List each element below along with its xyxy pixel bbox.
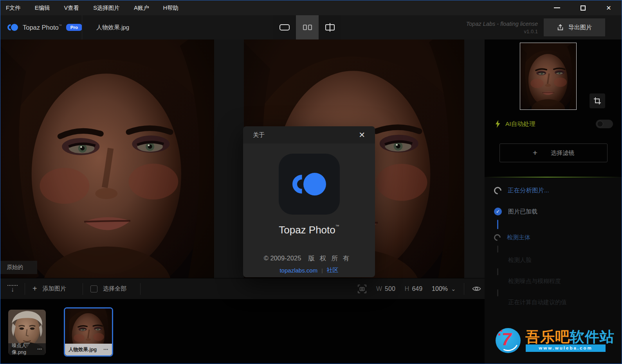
- select-all-control[interactable]: 选择全部: [90, 278, 126, 299]
- title-bar: Topaz Photo™ Pro 人物效果.jpg Topaz Labs - f…: [0, 15, 622, 39]
- menu-edit[interactable]: E编辑: [35, 4, 50, 12]
- analysis-step-row: ✓ 图片已加载: [494, 206, 619, 217]
- spinner-icon: [492, 233, 502, 242]
- dialog-close-button[interactable]: ✕: [359, 130, 365, 140]
- copyright-line: © 2009-2025 版权所有: [264, 254, 355, 263]
- menu-account[interactable]: A账户: [134, 4, 149, 12]
- ai-auto-row: AI自动处理: [495, 117, 613, 131]
- about-dialog-body: Topaz Photo™ © 2009-2025 版权所有 topazlabs.…: [243, 143, 375, 277]
- thumbnail-caption: 人物效果.jpg •••: [65, 344, 112, 355]
- analysis-step-row: 检测噪点与模糊程度: [494, 276, 619, 286]
- analysis-step-row: 检测人脸: [494, 255, 619, 265]
- filmstrip-item[interactable]: 噪点人像.png •••: [8, 310, 46, 355]
- watermark-title: 吾乐吧软件站: [525, 327, 615, 347]
- close-icon: ✕: [606, 4, 611, 12]
- zoom-dropdown[interactable]: 100% ⌄: [432, 285, 456, 292]
- plus-icon: +: [533, 148, 537, 158]
- single-view-icon: [279, 24, 290, 30]
- menu-help[interactable]: H帮助: [163, 4, 178, 12]
- link-divider: |: [321, 267, 323, 273]
- analysis-status-text: 正在分析图片...: [508, 186, 549, 195]
- toggle-knob: [597, 121, 603, 127]
- toolbar-divider: [140, 283, 141, 295]
- topaz-logo-icon: [292, 173, 326, 195]
- image-size-info: W500 H649 100% ⌄: [357, 278, 456, 299]
- pro-badge: Pro: [66, 24, 82, 31]
- website-link[interactable]: topazlabs.com: [279, 267, 317, 274]
- image-canvas: 原始的: [0, 39, 485, 278]
- capture-frame-icon: [357, 284, 367, 294]
- chevron-down-icon: ⌄: [451, 287, 456, 291]
- split-view-icon: [325, 24, 335, 30]
- watermark-logo-icon: 7: [496, 328, 521, 353]
- menu-file[interactable]: F文件: [6, 4, 21, 12]
- split-view-button[interactable]: [319, 15, 341, 39]
- preview-toggle-button[interactable]: [469, 278, 484, 299]
- current-filename: 人物效果.jpg: [96, 15, 129, 39]
- step-connector: [497, 246, 498, 253]
- eye-icon: [472, 285, 481, 292]
- plus-icon: +: [32, 284, 37, 293]
- original-label: 原始的: [0, 261, 37, 274]
- lightning-icon: [495, 120, 501, 128]
- app-version: v1.0.1: [524, 29, 538, 34]
- maximize-icon: [581, 5, 586, 11]
- topaz-photo-window: F文件 E编辑 V查看 S选择图片 A账户 H帮助 ✕ Topaz Photo™…: [0, 0, 622, 364]
- export-icon: [557, 24, 564, 31]
- toolbar-divider: [25, 283, 25, 295]
- ai-auto-label: AI自动处理: [505, 120, 535, 128]
- thumbnail-caption: 噪点人像.png •••: [8, 343, 46, 355]
- app-brand: Topaz Photo™ Pro: [7, 15, 82, 39]
- dialog-title: 关于: [253, 131, 265, 139]
- titlebar-divider: [82, 15, 82, 39]
- step-connector: [497, 289, 498, 296]
- window-controls: ✕: [544, 0, 622, 15]
- step-connector: [497, 220, 498, 229]
- select-all-checkbox[interactable]: [90, 285, 97, 292]
- navigator-thumbnail[interactable]: [520, 43, 577, 110]
- single-view-button[interactable]: [273, 15, 296, 39]
- crop-icon: [593, 97, 601, 105]
- sidebar-top-section: AI自动处理 + 选择滤镜: [485, 39, 622, 177]
- maximize-button[interactable]: [570, 0, 596, 15]
- app-icon-tile: [279, 154, 340, 215]
- crop-button[interactable]: [590, 93, 605, 108]
- export-image-button[interactable]: 导出图片: [544, 18, 605, 36]
- original-image-pane[interactable]: [0, 39, 214, 278]
- spinner-icon: [492, 185, 503, 196]
- collapse-filmstrip-button[interactable]: ↓: [5, 278, 20, 299]
- filmstrip-item-selected[interactable]: 人物效果.jpg •••: [64, 307, 113, 357]
- analysis-step-row: 正在计算自动建议的值: [494, 297, 619, 307]
- ai-auto-toggle[interactable]: [596, 120, 613, 128]
- analysis-step-row: 检测主体: [494, 232, 619, 242]
- license-owner: Topaz Labs - floating license: [466, 21, 538, 27]
- add-image-button[interactable]: + 添加图片: [32, 278, 66, 299]
- filmstrip: 噪点人像.png ••• 人物效果.jpg •••: [0, 299, 485, 364]
- step-connector: [497, 268, 498, 275]
- width-readout: W500: [376, 285, 395, 292]
- right-sidebar: AI自动处理 + 选择滤镜 正在分析图片... ✓ 图片已加载 检测主体: [485, 39, 622, 364]
- about-links: topazlabs.com | 社区: [279, 267, 338, 274]
- menu-select-image[interactable]: S选择图片: [93, 4, 120, 12]
- ellipsis-menu-icon[interactable]: •••: [38, 347, 42, 351]
- minimize-button[interactable]: [544, 0, 570, 15]
- view-mode-switcher: [273, 15, 341, 39]
- menu-items: F文件 E编辑 V查看 S选择图片 A账户 H帮助: [0, 4, 178, 12]
- toolbar-divider: [83, 283, 83, 295]
- ellipsis-menu-icon[interactable]: •••: [104, 348, 108, 351]
- about-app-name: Topaz Photo™: [279, 224, 339, 236]
- about-dialog: 关于 ✕ Topaz Photo™ © 2009-2025 版权所有 topaz…: [243, 126, 375, 277]
- side-by-side-view-icon: [303, 25, 312, 30]
- minimize-icon: [554, 7, 560, 8]
- license-info: Topaz Labs - floating license v1.0.1: [466, 15, 538, 39]
- close-button[interactable]: ✕: [596, 0, 622, 15]
- down-arrow-icon: ↓: [11, 286, 14, 293]
- community-link[interactable]: 社区: [327, 267, 339, 274]
- select-filter-button[interactable]: + 选择滤镜: [499, 143, 608, 162]
- bottom-toolbar: ↓ + 添加图片 选择全部 W500 H649 100% ⌄: [0, 278, 485, 299]
- side-by-side-view-button[interactable]: [296, 15, 319, 39]
- menu-view[interactable]: V查看: [64, 4, 79, 12]
- about-dialog-header: 关于 ✕: [243, 126, 375, 143]
- check-circle-icon: ✓: [494, 208, 502, 215]
- brand-name: Topaz Photo™: [23, 24, 62, 31]
